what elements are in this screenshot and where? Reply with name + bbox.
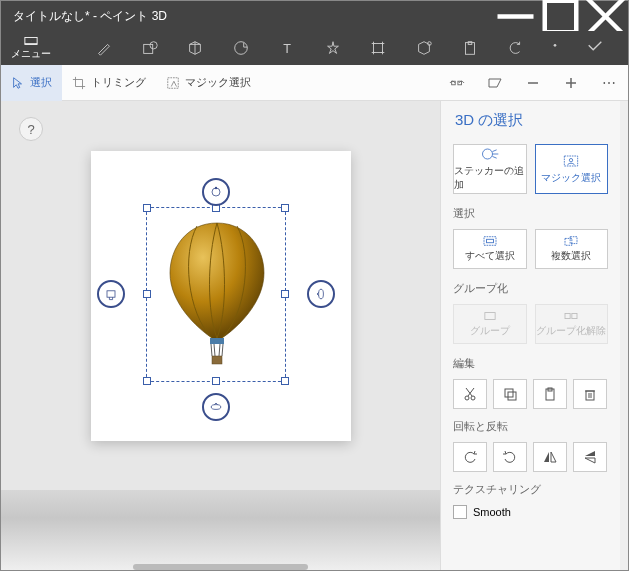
window-title: タイトルなし* - ペイント 3D (1, 8, 493, 25)
stickers-tool-icon[interactable] (226, 34, 256, 62)
copy-icon (502, 386, 518, 402)
crop-icon (72, 76, 86, 90)
selected-3d-object[interactable] (162, 218, 272, 368)
canvas-tool-icon[interactable] (363, 34, 393, 62)
mixed-reality-button[interactable] (480, 69, 510, 97)
resize-handle-ne[interactable] (281, 204, 289, 212)
shapes-3d-tool-icon[interactable] (180, 34, 210, 62)
redo-tool-icon[interactable] (580, 34, 610, 62)
zoom-out-button[interactable] (518, 69, 548, 97)
flip-horizontal-button[interactable] (533, 442, 567, 472)
panel-title: 3D の選択 (453, 111, 608, 130)
horizontal-scrollbar[interactable] (133, 564, 309, 570)
magic-select-label: マジック選択 (185, 75, 251, 90)
titlebar: タイトルなし* - ペイント 3D (1, 1, 628, 31)
zoom-in-button[interactable] (556, 69, 586, 97)
canvas[interactable] (91, 151, 351, 441)
texturing-section-label: テクスチャリング (453, 482, 608, 497)
history-tool-icon[interactable] (546, 34, 564, 62)
add-sticker-button[interactable]: ステッカーの追加 (453, 144, 527, 194)
paste-icon (542, 386, 558, 402)
svg-rect-54 (505, 389, 513, 397)
select-mode-button[interactable]: 選択 (1, 65, 62, 101)
svg-line-37 (214, 344, 215, 356)
help-button[interactable]: ? (19, 117, 43, 141)
resize-handle-w[interactable] (143, 290, 151, 298)
flip-h-icon (542, 449, 558, 465)
svg-rect-47 (485, 313, 495, 320)
svg-rect-46 (570, 237, 577, 244)
svg-point-40 (482, 149, 492, 159)
group-section-label: グループ化 (453, 281, 608, 296)
more-options-button[interactable]: ⋯ (594, 69, 624, 97)
delete-icon (582, 386, 598, 402)
copy-button[interactable] (493, 379, 527, 409)
multi-select-button[interactable]: 複数選択 (535, 229, 609, 269)
smooth-label: Smooth (473, 506, 511, 518)
trimming-label: トリミング (91, 75, 146, 90)
resize-handle-sw[interactable] (143, 377, 151, 385)
edit-section-label: 編集 (453, 356, 608, 371)
multi-select-icon (563, 235, 579, 247)
svg-point-7 (150, 42, 157, 49)
resize-handle-s[interactable] (212, 377, 220, 385)
effects-tool-icon[interactable] (318, 34, 348, 62)
magic-select-mode-button[interactable]: マジック選択 (156, 65, 261, 101)
group-icon (482, 310, 498, 322)
rotate-ccw-button[interactable] (453, 442, 487, 472)
svg-rect-48 (565, 313, 570, 318)
svg-point-22 (554, 44, 557, 47)
paste-tool-icon[interactable] (455, 34, 485, 62)
svg-point-51 (471, 396, 475, 400)
close-button[interactable] (583, 1, 628, 31)
svg-rect-58 (586, 391, 594, 400)
shapes-2d-tool-icon[interactable] (135, 34, 165, 62)
ribbon: メニュー T (1, 31, 628, 65)
maximize-button[interactable] (538, 1, 583, 31)
magic-select-icon (166, 76, 180, 90)
svg-point-32 (318, 289, 323, 299)
svg-point-8 (235, 42, 248, 55)
canvas-floor (1, 490, 440, 570)
ungroup-button: グループ化解除 (535, 304, 609, 344)
rotate-z-gizmo[interactable] (202, 178, 230, 206)
svg-line-36 (222, 344, 223, 356)
minimize-button[interactable] (493, 1, 538, 31)
crop-mode-button[interactable]: トリミング (62, 65, 156, 101)
selection-section-label: 選択 (453, 206, 608, 221)
cursor-icon (11, 76, 25, 90)
rotate-y-gizmo[interactable] (307, 280, 335, 308)
undo-tool-icon[interactable] (501, 34, 531, 62)
library-tool-icon[interactable] (409, 34, 439, 62)
group-button: グループ (453, 304, 527, 344)
svg-rect-55 (508, 392, 516, 400)
text-tool-icon[interactable]: T (272, 34, 302, 62)
brushes-tool-icon[interactable] (89, 34, 119, 62)
menu-button[interactable]: メニュー (1, 31, 61, 65)
paste-button[interactable] (533, 379, 567, 409)
selection-box[interactable] (146, 207, 286, 382)
depth-gizmo[interactable] (97, 280, 125, 308)
select-all-button[interactable]: すべて選択 (453, 229, 527, 269)
resize-handle-nw[interactable] (143, 204, 151, 212)
magic-select-button[interactable]: マジック選択 (535, 144, 609, 194)
view-3d-button[interactable] (442, 69, 472, 97)
panel-scrollbar[interactable] (620, 101, 628, 570)
rotate-cw-button[interactable] (493, 442, 527, 472)
menu-label: メニュー (11, 47, 51, 61)
cut-icon (462, 386, 478, 402)
svg-point-30 (214, 186, 216, 188)
svg-rect-44 (486, 239, 493, 242)
canvas-area: ? (1, 101, 440, 570)
delete-button[interactable] (573, 379, 607, 409)
svg-rect-41 (565, 156, 578, 166)
properties-panel: 3D の選択 ステッカーの追加 マジック選択 選択 すべて選択 (440, 101, 620, 570)
svg-rect-10 (374, 44, 383, 53)
flip-vertical-button[interactable] (573, 442, 607, 472)
svg-rect-6 (143, 44, 152, 53)
smooth-checkbox[interactable] (453, 505, 467, 519)
cut-button[interactable] (453, 379, 487, 409)
resize-handle-se[interactable] (281, 377, 289, 385)
rotate-x-gizmo[interactable] (202, 393, 230, 421)
resize-handle-e[interactable] (281, 290, 289, 298)
